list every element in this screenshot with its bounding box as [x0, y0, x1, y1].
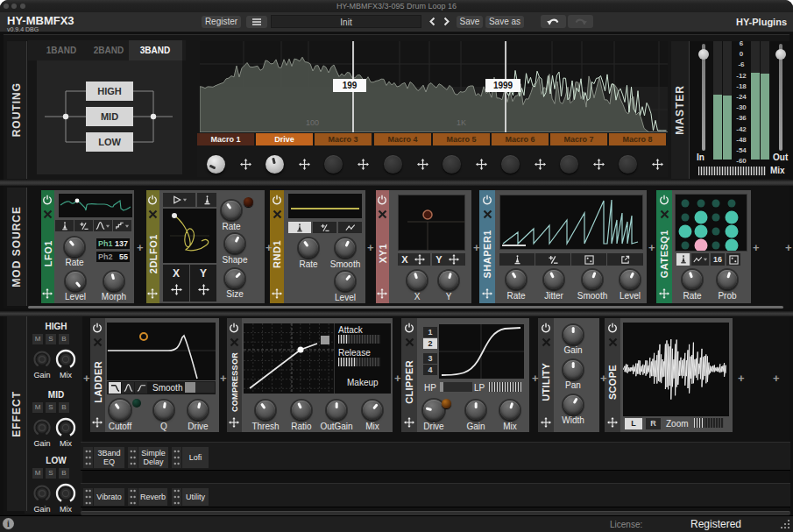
- svg-text:MID: MID: [101, 111, 118, 122]
- svg-text:LOW: LOW: [98, 137, 121, 147]
- svg-text:HIGH: HIGH: [97, 86, 122, 96]
